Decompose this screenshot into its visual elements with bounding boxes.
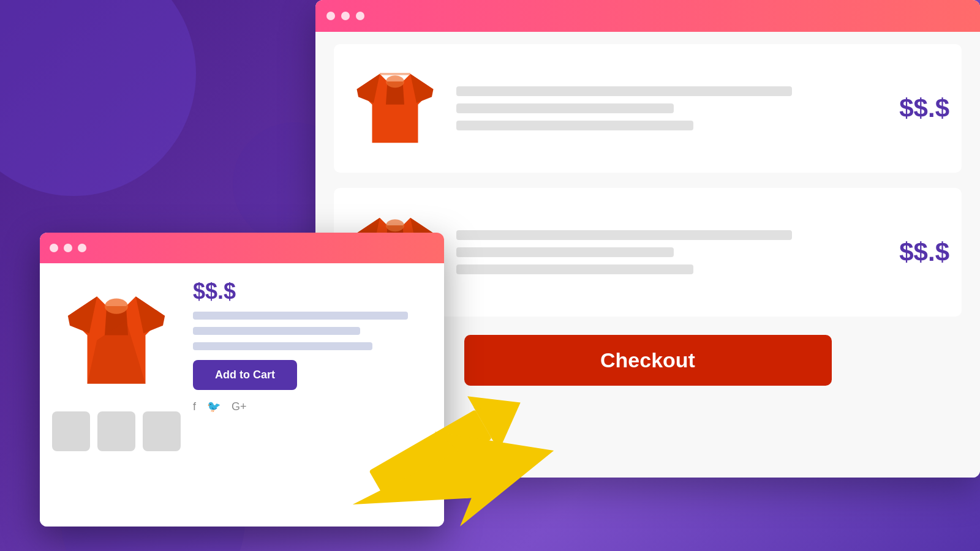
- text-line-2-2: [456, 247, 674, 257]
- text-line-2-1: [456, 230, 792, 240]
- product-text-lines-1: [456, 86, 851, 130]
- svg-point-15: [105, 298, 128, 313]
- window-dot-3: [356, 12, 364, 20]
- product-image-1: [346, 59, 444, 157]
- text-line-2-3: [456, 264, 693, 274]
- arrow-container: [331, 367, 564, 527]
- text-line-1-1: [456, 86, 792, 96]
- product-image-area: [52, 276, 181, 514]
- product-row-1: $$.$: [334, 44, 962, 173]
- thumbnail-3[interactable]: [143, 411, 181, 451]
- titlebar-front: [40, 233, 444, 263]
- svg-marker-21: [340, 403, 564, 527]
- thumbnail-2[interactable]: [97, 411, 135, 451]
- product-text-lines-2: [456, 230, 851, 274]
- twitter-icon[interactable]: 🐦: [207, 400, 221, 413]
- svg-point-10: [386, 219, 404, 231]
- bg-shape-1: [0, 0, 196, 196]
- yellow-arrow: [331, 367, 564, 527]
- detail-line-2: [193, 327, 360, 335]
- product-price-1: $$.$: [864, 94, 949, 123]
- text-line-1-2: [456, 103, 674, 113]
- detail-line-1: [193, 312, 408, 320]
- front-dot-2: [64, 244, 72, 252]
- window-dot-1: [326, 12, 335, 20]
- text-line-1-3: [456, 121, 693, 130]
- main-product-image: [52, 276, 181, 404]
- thumbnail-1[interactable]: [52, 411, 90, 451]
- svg-point-4: [386, 75, 404, 88]
- tshirt-icon-1: [349, 62, 441, 154]
- front-dot-1: [50, 244, 58, 252]
- tshirt-icon-main: [58, 283, 175, 397]
- detail-line-3: [193, 342, 372, 350]
- product-price-2: $$.$: [864, 238, 949, 267]
- window-dot-2: [341, 12, 350, 20]
- front-dot-3: [78, 244, 86, 252]
- detail-price: $$.$: [193, 279, 432, 304]
- googleplus-icon[interactable]: G+: [232, 400, 247, 413]
- add-to-cart-button[interactable]: Add to Cart: [193, 360, 297, 390]
- titlebar-back: [315, 0, 980, 32]
- thumbnail-row: [52, 411, 181, 451]
- facebook-icon[interactable]: f: [193, 400, 196, 413]
